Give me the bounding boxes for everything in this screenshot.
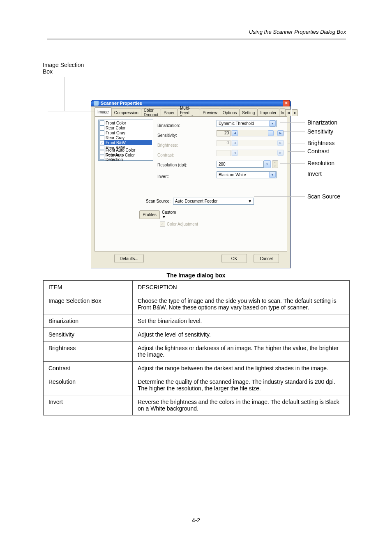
tab-preview[interactable]: Preview: [200, 108, 220, 116]
cell-desc: Set the binarization level.: [133, 314, 350, 328]
dialog-body: Image Compression Color Dropout Paper Mu…: [91, 106, 291, 268]
tab-multifeed[interactable]: Multi-Feed Detection: [177, 108, 200, 116]
table-row: ResolutionDetermine the quality of the s…: [44, 375, 350, 395]
sel-rear-gray[interactable]: Rear Gray: [99, 135, 152, 140]
arrow-left-icon[interactable]: ◀: [232, 130, 238, 136]
callout-invert: Invert: [307, 171, 322, 177]
table-row: InvertReverse the brightness and the col…: [44, 395, 350, 415]
cell-item: Invert: [44, 395, 133, 415]
sensitivity-label: Sensitivity:: [157, 133, 177, 138]
sel-front-color[interactable]: Front Color: [99, 120, 152, 125]
cell-item: Image Selection Box: [44, 294, 133, 314]
field-labels: Binarization: Sensitivity: Brightness: C…: [157, 120, 187, 181]
cell-desc: DESCRIPTION: [133, 281, 350, 294]
arrow-right-icon: ▶: [277, 150, 284, 156]
binarization-combo[interactable]: Dynamic Threshold ▼: [217, 120, 277, 127]
cell-desc: Adjust the range between the darkest and…: [133, 362, 350, 375]
tab-panel: Front Color Rear Color Front Gray Rear G…: [95, 116, 287, 251]
cell-desc: Choose the type of image and the side yo…: [133, 294, 350, 314]
arrow-left-icon: ◀: [232, 140, 238, 146]
close-icon[interactable]: ✕: [283, 100, 290, 106]
chevron-down-icon[interactable]: ▼: [248, 199, 252, 203]
cell-desc: Adjust the lightness or darkness of an i…: [133, 341, 350, 362]
contrast-slider: ◀ ▶: [231, 150, 284, 156]
ok-button[interactable]: OK: [221, 254, 247, 263]
tab-imprinter[interactable]: Imprinter: [257, 108, 279, 116]
arrow-right-icon: ▶: [277, 140, 284, 146]
cell-item: Sensitivity: [44, 328, 133, 341]
invert-combo[interactable]: Black on White ▼: [217, 171, 277, 178]
tab-setting[interactable]: Setting: [239, 108, 258, 116]
tab-scroll-left-icon[interactable]: ◀: [285, 109, 291, 116]
invert-label: Invert:: [157, 174, 169, 179]
callout-scan-source: Scan Source: [307, 193, 340, 200]
tab-color-dropout[interactable]: Color Dropout: [141, 108, 161, 116]
profiles-combo[interactable]: Custom ▼: [162, 210, 176, 219]
cell-desc: Reverse the brightness and the colors in…: [133, 395, 350, 415]
scan-source-label: Scan Source:: [146, 199, 171, 203]
chevron-down-icon[interactable]: ▼: [264, 160, 270, 168]
resolution-label: Resolution (dpi):: [157, 163, 187, 167]
app-icon: [94, 101, 99, 106]
tab-paper[interactable]: Paper: [161, 108, 178, 116]
field-controls: Dynamic Threshold ▼ 20 ◀ ▶ 0 ◀ ▶: [217, 120, 284, 157]
sel-rear-color[interactable]: Rear Color: [99, 125, 152, 130]
color-adjustment-check: ✓ Color Adjustment: [160, 221, 198, 227]
contrast-value: [217, 150, 231, 156]
scan-source-combo[interactable]: Auto Document Feeder ▼: [173, 198, 254, 205]
sensitivity-value: 20: [217, 130, 231, 136]
chevron-down-icon[interactable]: ▼: [162, 215, 176, 219]
cell-item: Brightness: [44, 341, 133, 362]
sel-rear-auto[interactable]: Rear Auto Color Detection: [99, 155, 152, 160]
binarization-label: Binarization:: [157, 123, 180, 128]
arrow-left-icon: ◀: [232, 150, 238, 156]
image-selection-box[interactable]: Front Color Rear Color Front Gray Rear G…: [98, 120, 153, 161]
sel-front-bw[interactable]: ✓Front B&W: [99, 140, 152, 145]
cell-desc: Determine the quality of the scanned ima…: [133, 375, 350, 395]
table-row: ContrastAdjust the range between the dar…: [44, 362, 350, 375]
description-table: ITEMDESCRIPTION Image Selection BoxChoos…: [43, 280, 350, 415]
cell-item: ITEM: [44, 281, 133, 294]
dialog-caption: The Image dialog box: [0, 272, 392, 279]
sel-front-gray[interactable]: Front Gray: [99, 130, 152, 135]
tabstrip: Image Compression Color Dropout Paper Mu…: [95, 108, 287, 116]
cell-item: Binarization: [44, 314, 133, 328]
table-row: ITEMDESCRIPTION: [44, 281, 350, 294]
table-row: SensitivityAdjust the level of sensitivi…: [44, 328, 350, 341]
contrast-label: Contrast:: [157, 153, 174, 157]
cancel-button[interactable]: Cancel: [254, 254, 279, 263]
brightness-value: 0: [217, 140, 231, 146]
cell-item: Contrast: [44, 362, 133, 375]
cell-item: Resolution: [44, 375, 133, 395]
page-header: Using the Scanner Properties Dialog Box: [249, 29, 346, 35]
brightness-slider: ◀ ▶: [231, 140, 284, 146]
tab-scroll-right-icon[interactable]: ▶: [292, 109, 298, 116]
table-row: BinarizationSet the binarization level.: [44, 314, 350, 328]
chevron-down-icon[interactable]: ▼: [269, 120, 276, 127]
brightness-label: Brightness:: [157, 143, 178, 148]
tab-compression[interactable]: Compression: [111, 108, 141, 116]
callout-binarization: Binarization: [307, 119, 337, 126]
callout-contrast: Contrast: [307, 148, 329, 155]
resolution-spin[interactable]: ▲▼: [272, 160, 278, 168]
cell-desc: Adjust the level of sensitivity.: [133, 328, 350, 341]
callout-sensitivity: Sensitivity: [307, 128, 333, 135]
defaults-button[interactable]: Defaults...: [114, 254, 144, 263]
resolution-input[interactable]: 200: [217, 161, 264, 168]
callout-resolution: Resolution: [307, 160, 334, 166]
checkbox-icon: ✓: [160, 221, 165, 227]
chevron-down-icon[interactable]: ▼: [269, 172, 276, 178]
callout-image-selection: Image Selection Box: [43, 62, 88, 75]
tab-overflow[interactable]: In: [279, 108, 286, 116]
tab-options[interactable]: Options: [220, 108, 240, 116]
profiles-button[interactable]: Profiles: [139, 210, 160, 219]
table-row: Image Selection BoxChoose the type of im…: [44, 294, 350, 314]
page-number: 4-2: [0, 517, 392, 524]
sensitivity-slider[interactable]: ◀ ▶: [231, 130, 284, 136]
tab-image[interactable]: Image: [95, 107, 112, 116]
dialog-title: Scanner Properties: [101, 101, 142, 106]
table-row: BrightnessAdjust the lightness or darkne…: [44, 341, 350, 362]
callout-brightness: Brightness: [307, 140, 334, 146]
